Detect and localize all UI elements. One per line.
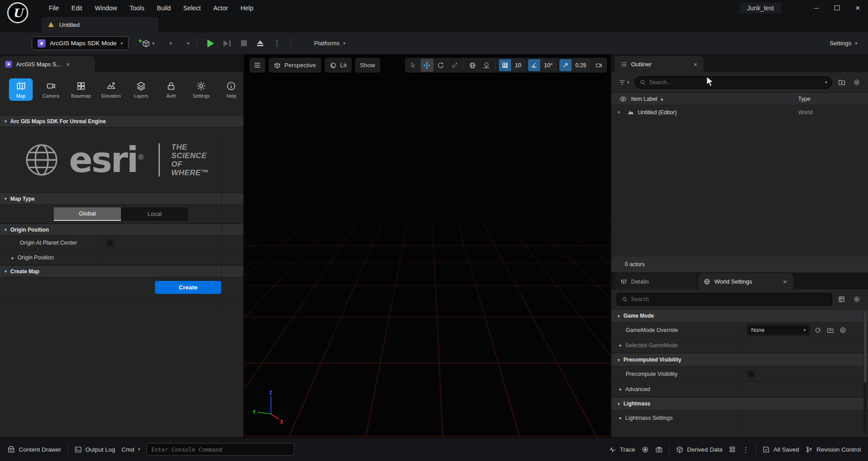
menu-file[interactable]: File [43, 0, 65, 16]
arcgis-tool-layers[interactable]: Layers [129, 78, 153, 101]
close-icon[interactable]: × [692, 60, 698, 68]
row-selected-gamemode[interactable]: ▸ Selected GameMode [611, 338, 868, 353]
section-header-game-mode[interactable]: ▾ Game Mode [611, 309, 868, 323]
section-header-sdk[interactable]: ▾ Arc GIS Maps SDK For Unreal Engine [0, 115, 243, 127]
close-icon[interactable]: × [65, 60, 71, 68]
add-actor-dropdown[interactable]: + ▾ [141, 36, 155, 51]
precompute-visibility-checkbox[interactable] [747, 370, 755, 378]
close-icon[interactable]: × [782, 278, 788, 285]
menu-edit[interactable]: Edit [65, 0, 89, 16]
output-log-button[interactable]: Output Log [74, 446, 116, 453]
save-button[interactable] [6, 36, 21, 51]
column-type[interactable]: Type [798, 96, 868, 102]
arcgis-tool-camera[interactable]: Camera [39, 78, 63, 101]
editor-mode-dropdown[interactable]: ArcGIS Maps SDK Mode ▾ [32, 36, 129, 50]
close-button[interactable]: × [847, 0, 868, 16]
scale-snap-control[interactable]: 0.25 [559, 59, 590, 71]
camera-speed-button[interactable] [592, 59, 605, 72]
select-tool[interactable] [407, 59, 420, 72]
menu-tools[interactable]: Tools [123, 0, 150, 16]
details-matrix-button[interactable] [836, 293, 847, 305]
outliner-row-world[interactable]: ▾ Untitled (Editor) World [611, 105, 868, 119]
derived-data-dropdown[interactable]: Derived Data [676, 446, 722, 453]
create-button[interactable]: Create [155, 281, 221, 294]
level-tab-untitled[interactable]: Untitled [41, 17, 159, 32]
arcgis-tool-elevation[interactable]: Elevation [99, 78, 123, 101]
arcgis-tool-auth[interactable]: Auth [159, 78, 183, 101]
scale-tool[interactable] [448, 59, 461, 72]
cinematics-dropdown[interactable]: ▾ [176, 36, 190, 51]
world-space-toggle[interactable] [466, 59, 479, 72]
outliner-add-button[interactable] [836, 77, 847, 88]
frame-skip-button[interactable] [220, 37, 234, 50]
console-command-input[interactable] [146, 443, 294, 456]
eye-icon[interactable] [619, 95, 627, 103]
rotation-snap-control[interactable]: 10° [528, 59, 557, 71]
rotate-tool[interactable] [434, 59, 447, 72]
revision-control-button[interactable]: Revision Control [805, 446, 861, 453]
new-asset-button[interactable] [838, 326, 847, 335]
status-options-button[interactable]: ⋮ [742, 445, 749, 454]
section-header-precomputed-visibility[interactable]: ▾ Precomputed Visibility [611, 353, 868, 366]
level-viewport[interactable]: Perspective Lit Show [245, 54, 611, 437]
record-button[interactable] [641, 446, 649, 453]
browse-asset-button[interactable] [826, 326, 835, 335]
settings-dropdown[interactable]: Settings ▾ [813, 36, 862, 50]
section-header-create-map[interactable]: ▾ Create Map [0, 265, 243, 277]
scrollbar-thumb[interactable] [864, 311, 867, 383]
show-dropdown[interactable]: Show [355, 58, 380, 73]
row-lightmass-settings[interactable]: ▸ Lightmass Settings [611, 410, 868, 426]
menu-actor[interactable]: Actor [207, 0, 234, 16]
tab-details[interactable]: Details [615, 273, 696, 289]
viewport-options-button[interactable] [249, 58, 265, 73]
use-selected-asset-button[interactable] [813, 326, 822, 335]
section-header-origin[interactable]: ▾ Origin Position [0, 224, 243, 236]
menu-window[interactable]: Window [89, 0, 124, 16]
chevron-right-icon[interactable]: ▸ [12, 255, 14, 260]
platforms-dropdown[interactable]: Platforms ▾ [297, 36, 350, 50]
section-header-map-type[interactable]: ▾ Map Type [0, 193, 243, 205]
tab-arcgis-maps[interactable]: ArcGIS Maps S... × [0, 56, 95, 72]
menu-build[interactable]: Build [150, 0, 177, 16]
content-drawer-button[interactable]: Content Drawer [7, 445, 61, 453]
arcgis-tool-settings[interactable]: Settings [189, 78, 213, 101]
outliner-filter-button[interactable]: ▾ [617, 79, 631, 86]
lit-dropdown[interactable]: Lit [325, 58, 352, 73]
outliner-search-input[interactable] [649, 79, 822, 86]
all-saved-button[interactable]: All Saved [762, 446, 799, 453]
blueprints-dropdown[interactable]: ▾ [158, 36, 172, 51]
details-search-input[interactable] [631, 296, 827, 302]
outliner-search-box[interactable]: ▾ [635, 76, 832, 89]
map-type-local[interactable]: Local [121, 207, 188, 221]
menu-select[interactable]: Select [177, 0, 207, 16]
arcgis-tool-map[interactable]: Map [9, 78, 33, 101]
details-scrollbar[interactable] [864, 310, 867, 434]
unreal-engine-logo-icon[interactable]: U [7, 2, 28, 23]
screenshot-button[interactable] [655, 446, 663, 453]
details-settings-button[interactable] [851, 293, 863, 305]
eject-button[interactable] [254, 37, 267, 50]
tab-world-settings[interactable]: World Settings × [698, 273, 793, 289]
resource-usage-button[interactable] [729, 446, 736, 453]
section-header-lightmass[interactable]: ▾ Lightmass [611, 397, 868, 410]
origin-planet-center-checkbox[interactable] [106, 239, 114, 247]
expander-icon[interactable]: ▾ [618, 110, 624, 115]
minimize-button[interactable]: ─ [806, 0, 827, 16]
details-search-box[interactable] [617, 293, 832, 306]
grid-snap-control[interactable]: 10 [499, 59, 525, 71]
play-options-button[interactable]: ⋮ [270, 37, 284, 50]
tab-outliner[interactable]: Outliner × [615, 56, 704, 72]
menu-help[interactable]: Help [234, 0, 260, 16]
arcgis-tool-help[interactable]: Help [219, 78, 243, 101]
gamemode-override-dropdown[interactable]: None ▾ [747, 324, 810, 336]
maximize-button[interactable] [827, 0, 847, 16]
cmd-dropdown[interactable]: Cmd ▾ [121, 446, 140, 453]
move-tool[interactable] [421, 59, 434, 72]
column-item-label[interactable]: Item Label ▲ [631, 96, 794, 102]
stop-button[interactable] [237, 37, 250, 50]
play-button[interactable] [204, 37, 217, 50]
trace-button[interactable]: Trace [609, 446, 635, 453]
arcgis-tool-basemap[interactable]: Basemap [69, 78, 93, 101]
outliner-settings-button[interactable] [851, 77, 863, 88]
surface-snap-toggle[interactable] [480, 59, 493, 72]
